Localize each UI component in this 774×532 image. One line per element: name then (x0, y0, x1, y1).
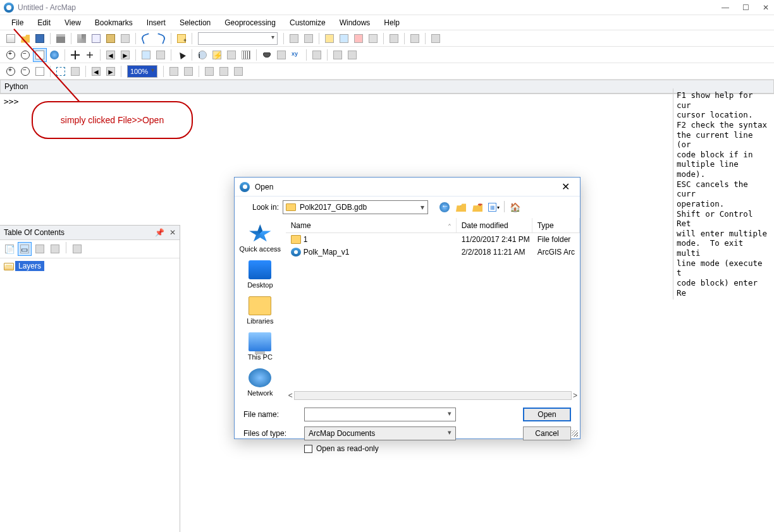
toolbar-btn[interactable] (429, 32, 443, 45)
save-button[interactable] (33, 32, 47, 45)
find-button[interactable] (260, 48, 274, 62)
layout-zoom-in-button[interactable] (4, 64, 18, 78)
list-by-drawing-order-button[interactable]: 📄 (3, 242, 16, 256)
map-scale-combo[interactable] (198, 32, 278, 45)
editor-toolbar-button[interactable] (287, 32, 301, 45)
minimize-button[interactable]: — (721, 3, 730, 12)
lookin-combo[interactable]: Polk2017_GDB.gdb (283, 200, 428, 214)
toolbar-btn[interactable] (387, 32, 401, 45)
layers-root[interactable]: Layers (15, 261, 44, 271)
data-driven-pages-button[interactable] (217, 64, 231, 78)
menu-help[interactable]: Help (378, 16, 406, 29)
file-name-combo[interactable] (304, 408, 456, 421)
menu-file[interactable]: File (5, 16, 30, 29)
pin-icon[interactable]: 📌 (155, 228, 164, 237)
next-extent-button[interactable]: ► (118, 48, 132, 62)
list-by-selection-button[interactable] (48, 242, 62, 256)
redo-button[interactable] (154, 32, 168, 45)
checkbox-icon[interactable] (304, 445, 312, 453)
options-button[interactable] (70, 242, 84, 256)
open-button[interactable]: Open (523, 408, 571, 421)
menu-geoprocessing[interactable]: Geoprocessing (218, 16, 282, 29)
map-scale-input[interactable] (199, 33, 277, 44)
menu-insert[interactable]: Insert (140, 16, 172, 29)
menu-windows[interactable]: Windows (333, 16, 377, 29)
place-network[interactable]: Network (236, 366, 285, 399)
clear-selection-button[interactable] (154, 48, 168, 62)
place-quickaccess[interactable]: Quick access (236, 222, 285, 255)
open-readonly-checkbox[interactable]: Open as read-only (304, 444, 571, 453)
close-button[interactable]: ✕ (761, 3, 770, 12)
horizontal-scrollbar[interactable]: < > (286, 390, 580, 401)
file-rows[interactable]: 111/20/2017 2:41 PMFile folderPolk_Map_v… (286, 233, 580, 390)
fixed-zoom-in-button[interactable] (68, 48, 82, 62)
catalog-button[interactable] (322, 32, 336, 45)
pan-button[interactable] (33, 48, 47, 62)
zoom-in-button[interactable] (4, 48, 18, 62)
dialog-close-button[interactable]: ✕ (556, 181, 575, 193)
cut-button[interactable] (75, 32, 89, 45)
arc-toolbox-button[interactable] (352, 32, 366, 45)
maximize-button[interactable]: ☐ (741, 3, 750, 12)
create-viewer-button[interactable] (331, 48, 345, 62)
resize-grip-icon[interactable] (572, 430, 578, 437)
prev-extent-button[interactable]: ◄ (104, 48, 118, 62)
scroll-right-icon[interactable]: > (573, 391, 577, 400)
python-button[interactable] (366, 32, 380, 45)
identify-button[interactable]: i (195, 48, 209, 62)
fixed-zoom-out-button[interactable] (83, 48, 97, 62)
go-to-xy-button[interactable]: xy (289, 48, 303, 62)
place-desktop[interactable]: Desktop (236, 258, 285, 291)
add-data-button[interactable]: + (175, 32, 188, 45)
col-date[interactable]: Date modified (457, 218, 532, 233)
files-of-type-combo[interactable]: ArcMap Documents (304, 426, 456, 440)
home-button[interactable]: 🏠 (508, 201, 521, 214)
toggle-draft-button[interactable] (167, 64, 181, 78)
full-extent-button[interactable] (47, 48, 61, 62)
close-icon[interactable]: ✕ (169, 228, 176, 237)
menu-view[interactable]: View (58, 16, 87, 29)
menu-edit[interactable]: Edit (31, 16, 57, 29)
scroll-left-icon[interactable]: < (288, 391, 293, 400)
list-by-visibility-button[interactable] (33, 242, 47, 256)
file-row[interactable]: Polk_Map_v12/2/2018 11:21 AMArcGIS Arc (286, 246, 580, 258)
change-layout-button[interactable] (202, 64, 216, 78)
layout-prev-button[interactable]: ◄ (89, 64, 103, 78)
select-features-button[interactable] (139, 48, 153, 62)
file-name-input[interactable] (305, 408, 455, 421)
zoom-whole-page-button[interactable] (54, 64, 68, 78)
list-by-source-button[interactable]: ▭ (18, 242, 32, 256)
delete-button[interactable] (118, 32, 132, 45)
html-popup-button[interactable] (224, 48, 238, 62)
measure-button[interactable] (239, 48, 253, 62)
back-button[interactable]: ← (438, 201, 451, 214)
up-one-level-button[interactable]: ↑ (455, 201, 467, 214)
new-folder-button[interactable]: ✱ (471, 201, 484, 214)
select-elements-button[interactable] (175, 48, 188, 62)
layout-pan-button[interactable] (33, 64, 47, 78)
menu-bookmarks[interactable]: Bookmarks (89, 16, 139, 29)
toolbar-btn[interactable] (302, 32, 316, 45)
menu-selection[interactable]: Selection (173, 16, 217, 29)
time-slider-button[interactable] (310, 48, 324, 62)
model-builder-button[interactable] (408, 32, 422, 45)
col-type[interactable]: Type (532, 218, 580, 233)
copy-button[interactable] (89, 32, 103, 45)
place-libraries[interactable]: Libraries (236, 294, 285, 327)
col-name[interactable]: Name^ (286, 218, 457, 233)
paste-button[interactable] (104, 32, 118, 45)
zoom-100-button[interactable] (68, 64, 82, 78)
toc-tree[interactable]: Layers (0, 258, 180, 274)
zoom-percent-combo[interactable] (127, 65, 157, 78)
cancel-button[interactable]: Cancel (523, 426, 571, 440)
zoom-percent-input[interactable] (128, 66, 157, 77)
hyperlink-button[interactable]: ⚡ (210, 48, 224, 62)
menu-customize[interactable]: Customize (283, 16, 332, 29)
open-button[interactable] (18, 32, 32, 45)
place-thispc[interactable]: This PC (236, 330, 285, 363)
page-setup-button[interactable] (231, 64, 245, 78)
layout-zoom-out-button[interactable] (18, 64, 32, 78)
print-button[interactable] (54, 32, 68, 45)
search-button[interactable] (337, 32, 351, 45)
new-button[interactable] (4, 32, 18, 45)
